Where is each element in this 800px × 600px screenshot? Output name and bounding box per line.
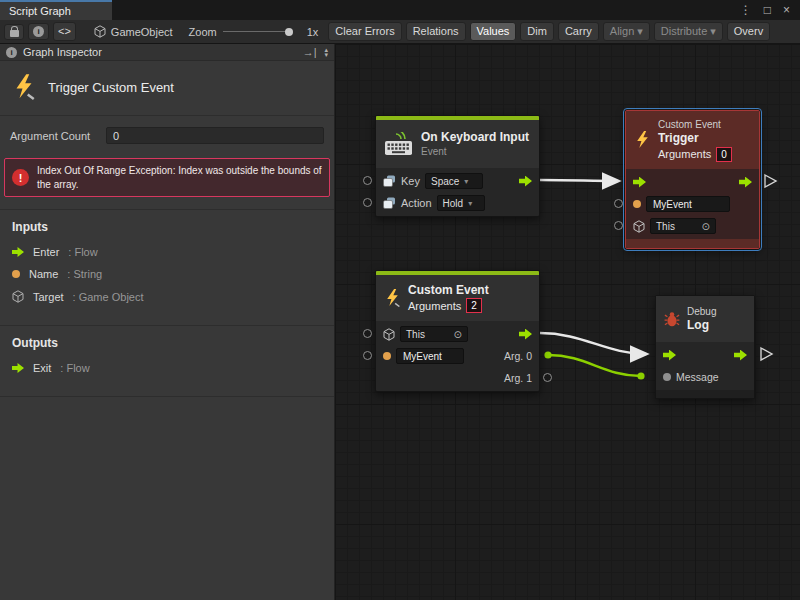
flow-arrow-icon: [12, 247, 24, 257]
key-value: Space: [431, 176, 459, 187]
flow-in-icon[interactable]: [663, 350, 676, 361]
lock-button[interactable]: [4, 24, 24, 40]
input-pin-target: Target : Game Object: [12, 290, 322, 303]
unit-title: Trigger Custom Event: [48, 80, 174, 95]
clear-errors-button[interactable]: Clear Errors: [328, 22, 401, 42]
action-row: Action Hold ▾: [376, 192, 539, 214]
port-target-input[interactable]: [363, 329, 372, 338]
relations-button[interactable]: Relations: [406, 22, 466, 42]
port-key-input[interactable]: [363, 176, 372, 185]
port-action-input[interactable]: [363, 198, 372, 207]
flow-in-icon[interactable]: [633, 177, 646, 188]
target-value: This: [656, 221, 675, 232]
event-name-field[interactable]: MyEvent: [396, 348, 464, 364]
target-dropdown[interactable]: This ⊙: [650, 218, 716, 234]
node-custom-event[interactable]: Custom Event Arguments 2 This ⊙: [375, 270, 540, 392]
flow-arrow-icon: [12, 363, 24, 373]
argument-count-input[interactable]: [106, 127, 324, 144]
close-icon[interactable]: ×: [783, 3, 790, 17]
graph-canvas[interactable]: On Keyboard Input Event Key Space ▾: [335, 44, 800, 600]
pin-type: : Flow: [68, 246, 97, 258]
dock-icon[interactable]: →|: [303, 46, 317, 58]
overview-button[interactable]: Overv: [727, 22, 770, 42]
port-target-input[interactable]: [614, 221, 623, 230]
flow-out-icon[interactable]: [519, 329, 532, 340]
inspect-button[interactable]: i: [28, 23, 49, 40]
lightning-icon: [634, 131, 651, 149]
caret-down-icon: ▾: [468, 199, 472, 208]
align-dropdown[interactable]: Align ▾: [603, 22, 650, 42]
wire-keyboard-to-trigger[interactable]: [540, 180, 618, 181]
target-dropdown[interactable]: This ⊙: [400, 326, 468, 342]
zoom-slider-knob[interactable]: [285, 28, 293, 36]
arguments-label: Arguments: [408, 299, 461, 313]
menu-icon[interactable]: ⋮: [740, 3, 752, 17]
event-name-value: MyEvent: [653, 199, 692, 210]
gameobject-label: GameObject: [111, 26, 173, 38]
message-row: Message: [656, 366, 754, 388]
event-name-field[interactable]: MyEvent: [646, 196, 730, 212]
zoom-slider[interactable]: [223, 25, 301, 39]
pin-name: Name: [29, 268, 58, 280]
cube-icon: [94, 25, 106, 38]
node-trigger-custom-event[interactable]: Custom Event Trigger Arguments 0: [625, 110, 760, 249]
distribute-dropdown[interactable]: Distribute ▾: [654, 22, 723, 42]
node-title: Log: [687, 318, 716, 334]
message-label: Message: [676, 371, 719, 383]
port-name-input[interactable]: [363, 351, 372, 360]
tab-script-graph[interactable]: Script Graph: [0, 0, 112, 20]
action-dropdown[interactable]: Hold ▾: [437, 195, 485, 211]
flow-out-icon[interactable]: [734, 350, 747, 361]
error-message-box: ! Index Out Of Range Exception: Index wa…: [4, 158, 330, 197]
port-arg1-output[interactable]: [543, 373, 552, 382]
output-pin-exit: Exit : Flow: [12, 362, 322, 374]
open-script-button[interactable]: <>: [53, 22, 76, 42]
maximize-icon[interactable]: □: [764, 3, 771, 17]
arg0-label: Arg. 0: [504, 350, 532, 362]
arguments-count-badge: 2: [466, 298, 482, 313]
string-dot-icon: [12, 270, 20, 278]
carry-button[interactable]: Carry: [558, 22, 599, 42]
node-header: Custom Event Arguments 2: [376, 275, 539, 321]
code-icon: <>: [58, 25, 71, 39]
values-button[interactable]: Values: [470, 22, 517, 42]
node-title: Trigger: [658, 131, 732, 147]
pin-type: : Game Object: [73, 291, 144, 303]
pin-name: Enter: [33, 246, 59, 258]
flow-continuation-icon: [765, 175, 776, 187]
zoom-label: Zoom: [189, 26, 217, 38]
dim-button[interactable]: Dim: [520, 22, 554, 42]
action-label: Action: [401, 197, 432, 209]
node-subtitle: Event: [421, 145, 529, 158]
flow-out-icon[interactable]: [739, 177, 752, 188]
keyboard-icon: [384, 132, 414, 156]
arg1-label: Arg. 1: [504, 372, 532, 384]
align-label: Align: [610, 25, 634, 39]
node-on-keyboard-input[interactable]: On Keyboard Input Event Key Space ▾: [375, 115, 540, 217]
string-dot-icon: [383, 352, 391, 360]
spin-down-icon: ▾: [324, 52, 328, 57]
flow-row: [656, 344, 754, 366]
gameobject-reference[interactable]: GameObject: [94, 25, 173, 38]
arguments-label: Arguments: [658, 147, 711, 161]
node-body: Key Space ▾ Action Hold ▾: [376, 168, 539, 216]
caret-down-icon: ▾: [464, 177, 468, 186]
key-label: Key: [401, 175, 420, 187]
node-title: On Keyboard Input: [421, 130, 529, 146]
node-title: Custom Event: [408, 283, 489, 299]
key-dropdown[interactable]: Space ▾: [425, 173, 483, 189]
wire-arg0-to-message[interactable]: [548, 355, 641, 376]
flow-out-icon[interactable]: [519, 176, 532, 187]
wire-end-dot: [637, 372, 644, 379]
node-debug-log[interactable]: Debug Log Message: [655, 295, 755, 399]
node-body: MyEvent This ⊙: [626, 169, 759, 239]
graph-inspector-header: i Graph Inspector →| ▴ ▾: [0, 44, 334, 61]
node-category: Debug: [687, 305, 716, 318]
target-icon: ⊙: [702, 221, 710, 232]
cube-icon: [12, 290, 24, 303]
wire-event-to-debug[interactable]: [540, 333, 646, 354]
spinner-icon[interactable]: ▴ ▾: [324, 47, 328, 57]
port-name-input[interactable]: [614, 199, 623, 208]
zoom-slider-track: [223, 31, 291, 32]
inputs-title: Inputs: [12, 220, 322, 234]
